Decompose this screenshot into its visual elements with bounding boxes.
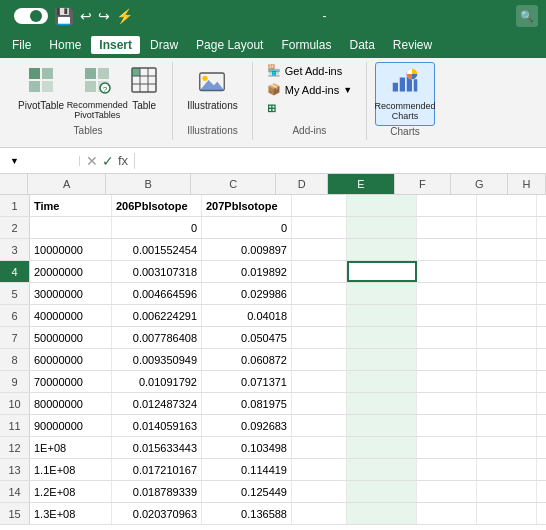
cell-h2[interactable] (537, 217, 546, 238)
get-addins-button[interactable]: 🏪 Get Add-ins (261, 62, 358, 79)
col-header-c[interactable]: C (191, 174, 276, 194)
cell-h15[interactable] (537, 503, 546, 524)
undo-icon[interactable]: ↩ (80, 8, 92, 24)
cell-d14[interactable] (292, 481, 347, 502)
row-num-11[interactable]: 11 (0, 415, 30, 436)
cell-a6[interactable]: 40000000 (30, 305, 112, 326)
row-num-2[interactable]: 2 (0, 217, 30, 238)
menu-page-layout[interactable]: Page Layout (188, 36, 271, 54)
cell-c11[interactable]: 0.092683 (202, 415, 292, 436)
cell-a11[interactable]: 90000000 (30, 415, 112, 436)
cell-f6[interactable] (417, 305, 477, 326)
cell-a2[interactable] (30, 217, 112, 238)
table-button[interactable]: Table (124, 62, 164, 115)
cell-e8[interactable] (347, 349, 417, 370)
cell-d6[interactable] (292, 305, 347, 326)
cell-g4[interactable] (477, 261, 537, 282)
cell-c5[interactable]: 0.029986 (202, 283, 292, 304)
cell-f14[interactable] (417, 481, 477, 502)
cell-b2[interactable]: 0 (112, 217, 202, 238)
cell-h9[interactable] (537, 371, 546, 392)
cell-f5[interactable] (417, 283, 477, 304)
row-num-5[interactable]: 5 (0, 283, 30, 304)
cell-d9[interactable] (292, 371, 347, 392)
cell-f7[interactable] (417, 327, 477, 348)
cell-d8[interactable] (292, 349, 347, 370)
cell-e13[interactable] (347, 459, 417, 480)
autosave-toggle[interactable] (14, 8, 48, 24)
cell-e2[interactable] (347, 217, 417, 238)
cell-b4[interactable]: 0.003107318 (112, 261, 202, 282)
cell-b11[interactable]: 0.014059163 (112, 415, 202, 436)
cell-f4[interactable] (417, 261, 477, 282)
cell-a9[interactable]: 70000000 (30, 371, 112, 392)
cell-d1[interactable] (292, 195, 347, 216)
cell-e11[interactable] (347, 415, 417, 436)
row-num-7[interactable]: 7 (0, 327, 30, 348)
cell-d4[interactable] (292, 261, 347, 282)
cell-c14[interactable]: 0.125449 (202, 481, 292, 502)
cell-h5[interactable] (537, 283, 546, 304)
cell-e15[interactable] (347, 503, 417, 524)
row-num-15[interactable]: 15 (0, 503, 30, 524)
cell-h13[interactable] (537, 459, 546, 480)
cell-g11[interactable] (477, 415, 537, 436)
cell-h14[interactable] (537, 481, 546, 502)
cell-a10[interactable]: 80000000 (30, 393, 112, 414)
cell-c3[interactable]: 0.009897 (202, 239, 292, 260)
cell-g2[interactable] (477, 217, 537, 238)
recommended-pivot-button[interactable]: ? Recommended PivotTables (72, 62, 122, 124)
cell-a5[interactable]: 30000000 (30, 283, 112, 304)
col-header-f[interactable]: F (395, 174, 452, 194)
cell-ref-box[interactable]: ▼ (0, 156, 80, 166)
formula-fx-icon[interactable]: fx (118, 153, 128, 168)
menu-file[interactable]: File (4, 36, 39, 54)
cell-c15[interactable]: 0.136588 (202, 503, 292, 524)
cell-a12[interactable]: 1E+08 (30, 437, 112, 458)
cell-b5[interactable]: 0.004664596 (112, 283, 202, 304)
cell-b8[interactable]: 0.009350949 (112, 349, 202, 370)
cell-f13[interactable] (417, 459, 477, 480)
cell-d2[interactable] (292, 217, 347, 238)
cell-b10[interactable]: 0.012487324 (112, 393, 202, 414)
cell-f1[interactable] (417, 195, 477, 216)
illustrations-button[interactable]: Illustrations (181, 62, 244, 115)
cell-d10[interactable] (292, 393, 347, 414)
cell-d15[interactable] (292, 503, 347, 524)
my-addins-button[interactable]: 📦 My Add-ins ▼ (261, 81, 358, 98)
cell-f3[interactable] (417, 239, 477, 260)
cell-c4[interactable]: 0.019892 (202, 261, 292, 282)
cell-c13[interactable]: 0.114419 (202, 459, 292, 480)
cell-g7[interactable] (477, 327, 537, 348)
cell-c9[interactable]: 0.071371 (202, 371, 292, 392)
cell-c10[interactable]: 0.081975 (202, 393, 292, 414)
cell-h4[interactable] (537, 261, 546, 282)
cell-e5[interactable] (347, 283, 417, 304)
cell-b3[interactable]: 0.001552454 (112, 239, 202, 260)
cell-ref-dropdown-icon[interactable]: ▼ (10, 156, 19, 166)
menu-home[interactable]: Home (41, 36, 89, 54)
row-num-6[interactable]: 6 (0, 305, 30, 326)
cell-b1[interactable]: 206PbIsotope (112, 195, 202, 216)
cell-c6[interactable]: 0.04018 (202, 305, 292, 326)
formula-cancel-icon[interactable]: ✕ (86, 153, 98, 169)
share-icon[interactable]: ⚡ (116, 8, 133, 24)
cell-f8[interactable] (417, 349, 477, 370)
cell-h11[interactable] (537, 415, 546, 436)
menu-formulas[interactable]: Formulas (273, 36, 339, 54)
cell-b12[interactable]: 0.015633443 (112, 437, 202, 458)
menu-draw[interactable]: Draw (142, 36, 186, 54)
cell-b15[interactable]: 0.020370963 (112, 503, 202, 524)
cell-f9[interactable] (417, 371, 477, 392)
row-num-1[interactable]: 1 (0, 195, 30, 216)
col-header-g[interactable]: G (451, 174, 508, 194)
cell-b7[interactable]: 0.007786408 (112, 327, 202, 348)
cell-f10[interactable] (417, 393, 477, 414)
cell-g15[interactable] (477, 503, 537, 524)
formula-confirm-icon[interactable]: ✓ (102, 153, 114, 169)
cell-h7[interactable] (537, 327, 546, 348)
cell-a13[interactable]: 1.1E+08 (30, 459, 112, 480)
cell-a3[interactable]: 10000000 (30, 239, 112, 260)
cell-g14[interactable] (477, 481, 537, 502)
cell-a7[interactable]: 50000000 (30, 327, 112, 348)
